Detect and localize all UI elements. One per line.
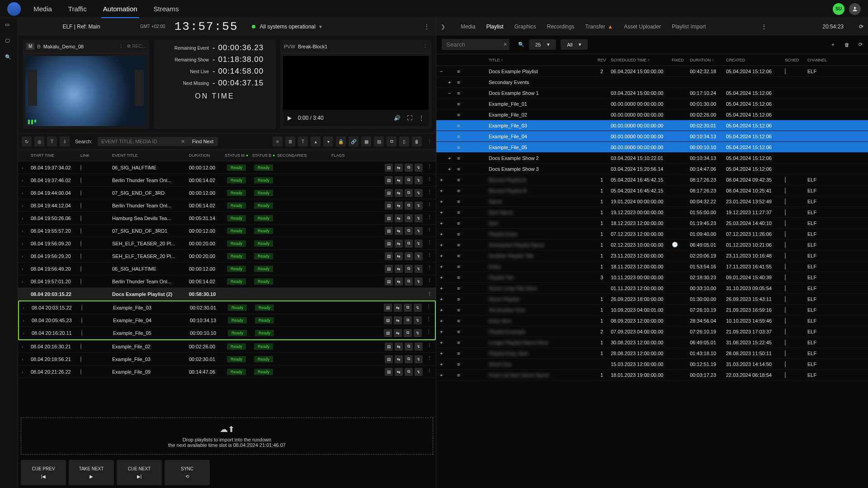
- notes-icon[interactable]: ▤: [385, 277, 393, 286]
- delete-icon[interactable]: 🗑: [412, 136, 422, 146]
- col-secondaries[interactable]: SECONDARIES: [277, 153, 304, 158]
- action-icon[interactable]: ⧉: [405, 343, 413, 351]
- rundown-row[interactable]: ›08.04 19:37:34.0206_SIG_HALFTIME00:00:1…: [18, 161, 436, 174]
- action-icon[interactable]: ↯: [415, 355, 423, 363]
- expand-icon[interactable]: +: [440, 264, 443, 269]
- drag-handle-icon[interactable]: ≡: [457, 242, 460, 248]
- row-menu-icon[interactable]: ⋮: [427, 189, 432, 197]
- row-menu-icon[interactable]: ⋮: [426, 316, 431, 324]
- action-icon[interactable]: ↯: [415, 252, 423, 260]
- playlist-row[interactable]: ≡Example_File_0100.00.0000 00:00:00.0000…: [436, 99, 868, 109]
- schedule-checkbox[interactable]: [785, 188, 786, 194]
- rcol-created[interactable]: CREATED: [726, 58, 785, 62]
- reload-icon[interactable]: ⟳: [859, 42, 863, 47]
- tab-transfer[interactable]: Transfer ▲: [585, 23, 613, 30]
- playlist-row[interactable]: ≡Example_File_0300.00.0000 00:00:00.0000…: [436, 120, 868, 131]
- action-icon[interactable]: ⧉: [404, 329, 412, 337]
- status-dropdown-icon[interactable]: ▾: [319, 23, 322, 30]
- expand-icon[interactable]: +: [440, 199, 443, 204]
- action-icon[interactable]: ⇆: [395, 239, 403, 248]
- down-icon[interactable]: ▾: [323, 136, 333, 146]
- playlist-row[interactable]: +≡Name119.01.2024 00:00:00.0000:04:32.22…: [436, 196, 868, 207]
- collapse-arrow-icon[interactable]: ❯: [441, 23, 445, 30]
- action-icon[interactable]: ↯: [415, 176, 423, 184]
- rundown-row[interactable]: ›08.04 19:55:57.2007_SIG_END_OF_3RD100:0…: [18, 225, 436, 237]
- row-menu-icon[interactable]: ⋮: [427, 291, 432, 297]
- notes-icon[interactable]: ▤: [385, 265, 393, 273]
- row-menu-icon[interactable]: ⋮: [427, 355, 432, 363]
- schedule-checkbox[interactable]: [785, 253, 786, 259]
- drag-handle-icon[interactable]: ≡: [457, 221, 460, 226]
- expand-icon[interactable]: −: [440, 69, 443, 74]
- rcol-title[interactable]: TITLE ↑: [489, 58, 593, 62]
- rundown-row[interactable]: ›08.04 19:50:26.06Hamburg Sea Devils Tea…: [18, 212, 436, 225]
- expand-icon[interactable]: +: [440, 340, 443, 345]
- action-icon[interactable]: ⇆: [394, 304, 402, 312]
- action-icon[interactable]: ⧉: [405, 355, 413, 363]
- action-icon[interactable]: ⧉: [405, 252, 413, 260]
- expand-icon[interactable]: +: [440, 231, 443, 237]
- notes-icon[interactable]: ▤: [385, 227, 393, 235]
- rundown-row[interactable]: ›08.04 19:44:12.04Berlin Thunder Team On…: [18, 199, 436, 212]
- drag-handle-icon[interactable]: ≡: [457, 253, 460, 258]
- expand-icon[interactable]: +: [440, 329, 443, 334]
- notes-icon[interactable]: ▤: [385, 239, 393, 248]
- col-dur[interactable]: DURATION: [189, 153, 223, 158]
- player-menu-icon[interactable]: ⋮: [419, 115, 424, 121]
- up-icon[interactable]: ▴: [311, 136, 321, 146]
- playlist-row[interactable]: +≡Blurred Playlist A105.04.2024 16:45:42…: [436, 174, 868, 185]
- rundown-row[interactable]: ›08.04 20:05:45.23Example_File_0400:10:3…: [19, 314, 435, 327]
- nav-traffic[interactable]: Traffic: [66, 0, 89, 17]
- filter-select[interactable]: All▾: [561, 39, 588, 50]
- clear-icon[interactable]: ✕: [503, 42, 507, 47]
- drag-handle-icon[interactable]: ≡: [457, 177, 460, 183]
- drag-handle-icon[interactable]: ≡: [457, 112, 460, 117]
- drag-handle-icon[interactable]: ≡: [457, 101, 460, 107]
- take-next-button[interactable]: TAKE NEXT▶: [69, 460, 114, 485]
- drag-handle-icon[interactable]: ≡: [457, 134, 460, 139]
- monitor-icon[interactable]: 🖵: [5, 38, 13, 46]
- col-status-m[interactable]: STATUS M ●: [223, 153, 250, 158]
- rundown-row[interactable]: ›08.04 19:57:01.20Berlin Thunder Team On…: [18, 275, 436, 288]
- drag-handle-icon[interactable]: ≡: [457, 145, 460, 150]
- row-menu-icon[interactable]: ⋮: [427, 214, 432, 222]
- playlist-row[interactable]: +≡Docs Example Show 303.04.2024 15:20:56…: [436, 164, 868, 174]
- toolbar-icon[interactable]: T: [298, 136, 308, 146]
- action-icon[interactable]: ⧉: [405, 227, 413, 235]
- refresh-icon[interactable]: ↻: [22, 136, 32, 146]
- drag-handle-icon[interactable]: ≡: [457, 361, 460, 367]
- action-icon[interactable]: ⇆: [395, 265, 403, 273]
- schedule-checkbox[interactable]: [785, 318, 786, 324]
- notes-icon[interactable]: ▤: [384, 304, 392, 312]
- schedule-checkbox[interactable]: [785, 296, 786, 302]
- playlist-row[interactable]: +≡Demo Playlist126.09.2023 18:00:00.0001…: [436, 294, 868, 305]
- nav-streams[interactable]: Streams: [152, 0, 181, 17]
- row-menu-icon[interactable]: ⋮: [427, 265, 432, 273]
- rundown-row[interactable]: ›08.04 20:18:56.21Example_File_0300:02:3…: [18, 353, 436, 366]
- schedule-checkbox[interactable]: [785, 231, 786, 237]
- expand-icon[interactable]: +: [440, 351, 443, 356]
- action-icon[interactable]: ⇆: [395, 176, 403, 184]
- notes-icon[interactable]: ▤: [385, 368, 393, 376]
- expand-icon[interactable]: +: [440, 242, 443, 248]
- drag-handle-icon[interactable]: ≡: [457, 296, 460, 302]
- find-next-button[interactable]: Find Next: [188, 137, 218, 146]
- action-icon[interactable]: ⇆: [395, 164, 403, 172]
- rundown-row[interactable]: ›08.04 19:37:46.02Berlin Thunder Team On…: [18, 174, 436, 187]
- expand-icon[interactable]: +: [440, 221, 443, 226]
- action-icon[interactable]: ⇆: [395, 202, 403, 210]
- action-icon[interactable]: ⇆: [394, 329, 402, 337]
- action-icon[interactable]: ⇆: [395, 227, 403, 235]
- tab-asset-uploader[interactable]: Asset Uploader: [624, 23, 661, 30]
- tab-media[interactable]: Media: [461, 23, 476, 30]
- expand-icon[interactable]: +: [448, 80, 451, 85]
- action-icon[interactable]: ↯: [415, 214, 423, 222]
- action-icon[interactable]: ↯: [415, 265, 423, 273]
- rcol-chan[interactable]: CHANNEL: [807, 58, 835, 62]
- drag-handle-icon[interactable]: ≡: [457, 123, 460, 128]
- schedule-checkbox[interactable]: [785, 328, 786, 335]
- system-status[interactable]: All systems operational: [260, 23, 316, 30]
- drag-handle-icon[interactable]: ≡: [457, 351, 460, 356]
- action-icon[interactable]: ⧉: [405, 164, 413, 172]
- rundown-group-row[interactable]: 08.04 20:03:15.22Docs Example Playlist (…: [18, 288, 436, 300]
